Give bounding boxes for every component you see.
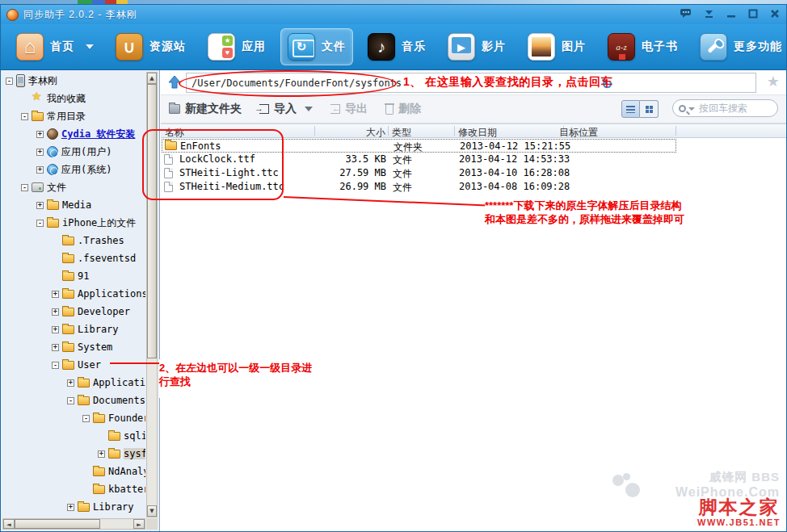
- expand-icon[interactable]: +: [36, 149, 44, 156]
- nav-tab-music[interactable]: 音乐: [360, 28, 433, 65]
- tree-item-常用目录[interactable]: -常用目录: [1, 107, 145, 125]
- tree-item-User[interactable]: -User: [1, 356, 145, 374]
- watermark-jb51: 脚本之家 WWW.JB51.NET: [697, 496, 781, 527]
- new-folder-button[interactable]: 新建文件夹: [169, 102, 242, 116]
- scroll-up-arrow[interactable]: ▲: [147, 73, 157, 84]
- tree-item-Media[interactable]: +Media: [1, 196, 145, 214]
- nav-tab-apps[interactable]: ★♥应用: [200, 28, 273, 65]
- column-header-1[interactable]: 大小: [314, 126, 385, 140]
- folder-icon: [108, 450, 120, 459]
- tree-item-应用(系统)[interactable]: +应用(系统): [1, 161, 145, 178]
- tree-item-label: Documents: [93, 395, 145, 406]
- video-icon: [448, 33, 475, 61]
- tree-item-.Trashes[interactable]: .Trashes: [1, 232, 145, 249]
- column-separator[interactable]: [454, 126, 455, 136]
- grid-view-button[interactable]: [640, 100, 659, 118]
- collapse-icon[interactable]: -: [67, 397, 74, 404]
- tree-item-Documents[interactable]: -Documents: [1, 392, 145, 409]
- feedback-icon[interactable]: [680, 8, 692, 19]
- maximize-icon[interactable]: [748, 9, 758, 19]
- scroll-down-arrow[interactable]: ▼: [147, 505, 157, 517]
- collapse-icon[interactable]: -: [52, 362, 59, 369]
- tree-item-我的收藏[interactable]: 我的收藏: [1, 90, 145, 107]
- expand-icon[interactable]: +: [52, 326, 59, 333]
- collapse-icon[interactable]: -: [36, 220, 44, 227]
- tree-item-Applications[interactable]: +Applications: [1, 285, 145, 303]
- minimize-icon[interactable]: [726, 9, 736, 19]
- column-header-3[interactable]: 修改日期: [458, 126, 497, 140]
- tree-item-sqli[interactable]: sqli: [1, 427, 145, 445]
- tree-item-sysf[interactable]: +sysf: [1, 445, 145, 463]
- tree-item-.fseventsd[interactable]: .fseventsd: [1, 249, 145, 267]
- collapse-icon[interactable]: -: [21, 113, 28, 120]
- tree-item-label: Media: [62, 199, 91, 211]
- expand-icon[interactable]: +: [36, 131, 44, 138]
- cell-date: 2013-04-12 15:21:55: [460, 140, 570, 152]
- column-separator[interactable]: [675, 126, 676, 136]
- tree-item-李林刚[interactable]: -李林刚: [1, 72, 145, 90]
- collapse-icon[interactable]: -: [6, 77, 13, 85]
- close-icon[interactable]: [770, 9, 780, 19]
- expand-icon[interactable]: +: [67, 504, 74, 511]
- tree-item-文件[interactable]: -文件: [1, 178, 145, 196]
- column-header-4[interactable]: 目标位置: [559, 126, 598, 140]
- scroll-thumb[interactable]: [147, 84, 157, 358]
- column-header-2[interactable]: 类型: [392, 126, 411, 140]
- expand-icon[interactable]: +: [98, 450, 105, 458]
- search-box[interactable]: 按回车搜索: [672, 99, 778, 117]
- app-logo-icon: [6, 9, 19, 21]
- tree-item-label: sysf: [124, 448, 145, 459]
- store-icon: [116, 33, 143, 61]
- tree-item-label: Applications: [78, 288, 145, 300]
- nav-tab-book[interactable]: 电子书: [600, 28, 685, 65]
- nav-tab-photo[interactable]: 图片: [520, 28, 593, 65]
- screen: 同步助手 2.0.2 - 李林刚 首页资源站★♥应用文件音乐影片图片电子书更多功…: [0, 0, 787, 532]
- nav-tab-store[interactable]: 资源站: [108, 28, 193, 65]
- nav-tab-home[interactable]: 首页: [9, 28, 101, 65]
- tree-item-Cydia 软件安装[interactable]: +Cydia 软件安装: [1, 125, 145, 143]
- tree-item-NdAnaly[interactable]: NdAnaly: [1, 463, 145, 480]
- collapse-icon[interactable]: -: [82, 415, 90, 422]
- annotation-note3-box: *******下载下来的原生字体解压后目录结构和本图是差不多的，原样拖进来覆盖掉…: [485, 199, 692, 245]
- tree-item-iPhone上的文件[interactable]: -iPhone上的文件: [1, 214, 145, 232]
- rollup-icon[interactable]: [704, 9, 714, 19]
- expand-icon[interactable]: +: [36, 166, 44, 174]
- folder-icon: [93, 467, 105, 476]
- dropdown-caret-icon[interactable]: [86, 44, 94, 49]
- tree-horizontal-scrollbar[interactable]: ◄ ►: [2, 518, 145, 530]
- dropdown-caret-icon[interactable]: [305, 107, 313, 111]
- column-separator[interactable]: [388, 126, 389, 136]
- scroll-right-arrow[interactable]: ►: [133, 519, 145, 529]
- favorite-star-icon[interactable]: ★: [767, 73, 780, 90]
- tree-item-Library[interactable]: +Library: [1, 498, 145, 516]
- expand-icon[interactable]: +: [36, 202, 44, 209]
- nav-tab-video[interactable]: 影片: [440, 28, 513, 65]
- expand-icon[interactable]: +: [67, 379, 74, 387]
- import-button[interactable]: 导入: [259, 102, 313, 116]
- collapse-icon[interactable]: -: [21, 184, 28, 191]
- tree-item-91[interactable]: 91: [1, 267, 145, 285]
- folder-icon: [62, 308, 74, 316]
- nav-tab-more[interactable]: 更多功能: [692, 28, 787, 65]
- tree-item-label: Founder: [108, 413, 145, 424]
- export-button[interactable]: 导出: [330, 102, 368, 116]
- expand-icon[interactable]: +: [52, 308, 59, 316]
- tree-item-Founder[interactable]: -Founder: [1, 409, 145, 427]
- tree-item-应用(用户)[interactable]: +应用(用户): [1, 143, 145, 161]
- nav-tab-files[interactable]: 文件: [280, 28, 353, 65]
- tree-item-Applicatio[interactable]: +Applicatio: [1, 374, 145, 392]
- scroll-thumb[interactable]: [15, 519, 100, 529]
- tree-item-System[interactable]: +System: [1, 338, 145, 356]
- expand-icon[interactable]: +: [52, 291, 59, 298]
- expand-icon[interactable]: +: [52, 344, 59, 351]
- tree-item-Developer[interactable]: +Developer: [1, 303, 145, 320]
- nav-tabs: 首页资源站★♥应用文件音乐影片图片电子书更多功能: [1, 24, 786, 70]
- tree-item-label: Applicatio: [93, 377, 145, 388]
- tree-item-kbatter[interactable]: kbatter: [1, 480, 145, 498]
- list-view-button[interactable]: [621, 100, 640, 118]
- titlebar[interactable]: 同步助手 2.0.2 - 李林刚: [1, 5, 786, 24]
- tree-item-Library[interactable]: +Library: [1, 320, 145, 338]
- trash-button[interactable]: 删除: [385, 102, 421, 116]
- search-options-caret-icon[interactable]: [688, 107, 695, 111]
- scroll-left-arrow[interactable]: ◄: [3, 519, 15, 529]
